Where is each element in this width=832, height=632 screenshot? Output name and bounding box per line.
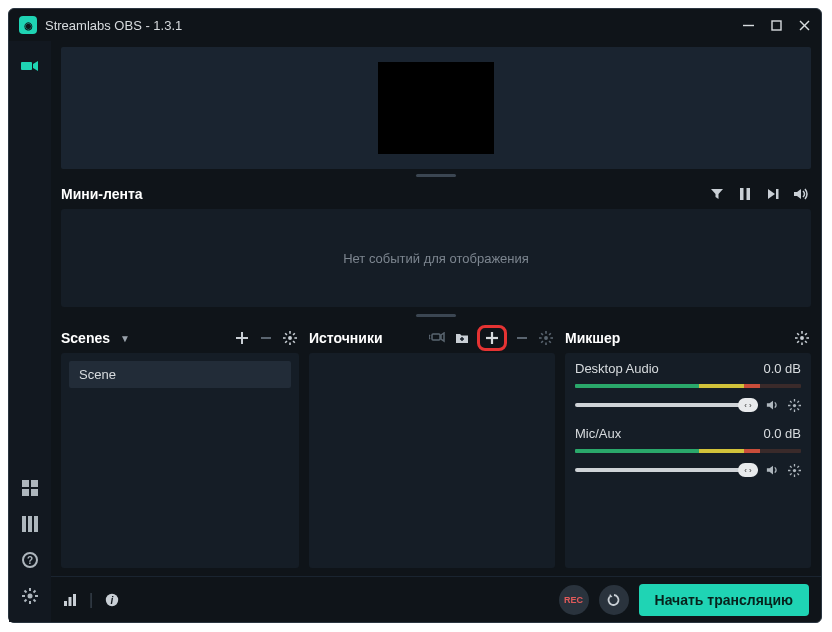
svg-rect-6 [31, 480, 38, 487]
sources-title: Источники [309, 330, 383, 346]
replay-buffer-button[interactable] [599, 585, 629, 615]
svg-line-58 [797, 333, 799, 335]
svg-line-67 [790, 401, 792, 403]
svg-line-61 [805, 333, 807, 335]
svg-line-60 [797, 341, 799, 343]
svg-line-79 [797, 466, 799, 468]
svg-line-19 [25, 591, 27, 593]
svg-rect-82 [73, 594, 76, 606]
svg-line-49 [541, 333, 543, 335]
svg-point-44 [544, 336, 548, 340]
svg-rect-23 [740, 188, 744, 200]
app-title: Streamlabs OBS - 1.3.1 [45, 18, 743, 33]
mixer-channel: Desktop Audio 0.0 dB ‹ › [565, 353, 811, 418]
sidebar: ? [9, 41, 51, 622]
help-icon[interactable]: ? [18, 548, 42, 572]
svg-line-22 [34, 591, 36, 593]
svg-line-52 [549, 333, 551, 335]
channel-level: 0.0 dB [763, 426, 801, 441]
skip-icon[interactable] [763, 184, 783, 204]
drag-handle-icon[interactable] [416, 314, 456, 317]
svg-rect-25 [776, 189, 779, 199]
svg-rect-10 [28, 516, 32, 532]
source-settings-icon[interactable] [537, 329, 555, 347]
pause-icon[interactable] [735, 184, 755, 204]
svg-line-68 [797, 408, 799, 410]
svg-rect-1 [772, 21, 781, 30]
svg-line-21 [25, 600, 27, 602]
mixer-channel: Mic/Aux 0.0 dB ‹ › [565, 418, 811, 483]
close-button[interactable] [799, 20, 811, 31]
svg-rect-8 [31, 489, 38, 496]
svg-line-77 [797, 473, 799, 475]
svg-point-53 [800, 336, 804, 340]
divider: | [89, 591, 93, 609]
stats-icon[interactable] [63, 593, 77, 607]
channel-settings-icon[interactable] [788, 464, 801, 477]
channel-settings-icon[interactable] [788, 399, 801, 412]
svg-line-50 [549, 341, 551, 343]
svg-text:?: ? [27, 555, 33, 566]
level-meter [575, 449, 801, 453]
volume-slider[interactable]: ‹ › [575, 403, 758, 407]
svg-text:i: i [111, 595, 114, 606]
svg-rect-24 [747, 188, 751, 200]
channel-level: 0.0 dB [763, 361, 801, 376]
svg-point-71 [793, 468, 796, 471]
channel-name: Mic/Aux [575, 426, 621, 441]
remove-source-icon[interactable] [513, 329, 531, 347]
feed-title: Мини-лента [61, 186, 143, 202]
add-source-icon[interactable] [483, 329, 501, 347]
scene-item[interactable]: Scene [69, 361, 291, 388]
app-window: ◉ Streamlabs OBS - 1.3.1 [8, 8, 822, 623]
preview-output [378, 62, 494, 154]
titlebar: ◉ Streamlabs OBS - 1.3.1 [9, 9, 821, 41]
volume-icon[interactable] [791, 184, 811, 204]
dashboard-icon[interactable] [18, 476, 42, 500]
main-area: Мини-лента Нет событий для отобр [51, 41, 821, 622]
minimize-button[interactable] [743, 20, 755, 31]
svg-rect-5 [22, 480, 29, 487]
feed-empty-state: Нет событий для отображения [61, 209, 811, 307]
volume-slider[interactable]: ‹ › [575, 468, 758, 472]
feed-panel: Мини-лента Нет событий для отобр [61, 179, 811, 307]
editor-tab-icon[interactable] [18, 55, 42, 79]
settings-icon[interactable] [18, 584, 42, 608]
svg-rect-11 [34, 516, 38, 532]
scenes-title[interactable]: Scenes [61, 330, 110, 346]
svg-rect-80 [64, 601, 67, 606]
chevron-down-icon[interactable]: ▼ [120, 333, 130, 344]
drag-handle-icon[interactable] [416, 174, 456, 177]
app-logo: ◉ [19, 16, 37, 34]
remove-scene-icon[interactable] [257, 329, 275, 347]
svg-point-62 [793, 403, 796, 406]
themes-icon[interactable] [18, 512, 42, 536]
svg-rect-7 [22, 489, 29, 496]
sources-list[interactable] [309, 353, 555, 568]
highlight-add-source [477, 325, 507, 351]
add-folder-icon[interactable] [453, 330, 471, 346]
filter-icon[interactable] [707, 184, 727, 204]
svg-line-35 [293, 341, 295, 343]
info-icon[interactable]: i [105, 593, 119, 607]
channel-name: Desktop Audio [575, 361, 659, 376]
mixer-title: Микшер [565, 330, 620, 346]
svg-line-70 [797, 401, 799, 403]
add-scene-icon[interactable] [233, 329, 251, 347]
record-button[interactable]: REC [559, 585, 589, 615]
go-live-button[interactable]: Начать трансляцию [639, 584, 809, 616]
svg-line-37 [293, 333, 295, 335]
sources-panel: Источники [309, 323, 555, 568]
svg-rect-81 [69, 597, 72, 606]
scene-settings-icon[interactable] [281, 329, 299, 347]
level-meter [575, 384, 801, 388]
svg-line-51 [541, 341, 543, 343]
mute-icon[interactable] [766, 398, 780, 412]
studio-mode-icon[interactable] [427, 330, 447, 346]
preview-canvas[interactable] [61, 47, 811, 169]
mixer-settings-icon[interactable] [793, 329, 811, 347]
mute-icon[interactable] [766, 463, 780, 477]
svg-point-14 [28, 594, 33, 599]
maximize-button[interactable] [771, 20, 783, 31]
svg-rect-9 [22, 516, 26, 532]
